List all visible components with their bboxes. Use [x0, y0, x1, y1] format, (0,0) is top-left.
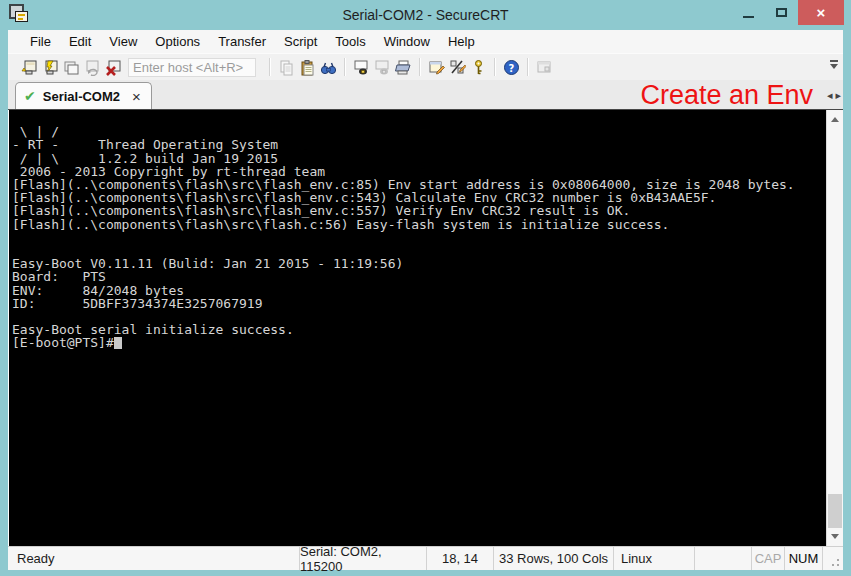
host-input[interactable]	[128, 58, 256, 77]
minimize-button[interactable]	[732, 0, 765, 25]
securecrt-window: Serial-COM2 - SecureCRT × File Edit View…	[0, 0, 851, 576]
menu-file[interactable]: File	[21, 31, 60, 52]
scroll-down-button[interactable]	[827, 529, 843, 544]
toolbar-separator	[269, 58, 271, 76]
toolbar-separator	[344, 58, 346, 76]
chevron-down-icon	[830, 64, 838, 69]
connect-icon[interactable]	[19, 57, 39, 77]
paste-icon[interactable]	[297, 57, 317, 77]
tab-bar: ✔ Serial-COM2 × Create an Env ◂ ▸	[8, 80, 843, 110]
toolbar-separator	[419, 58, 421, 76]
session-manager-icon[interactable]	[534, 57, 554, 77]
clone-session-icon[interactable]	[61, 57, 81, 77]
status-serial: Serial: COM2, 115200	[299, 547, 426, 570]
terminal-text: \ | / - RT - Thread Operating System / |…	[12, 124, 795, 350]
menu-edit[interactable]: Edit	[60, 31, 100, 52]
status-caps-lock: CAP	[751, 547, 784, 570]
close-icon: ×	[817, 4, 826, 21]
tab-scroll-right-icon[interactable]: ▸	[835, 89, 841, 102]
toolbar-overflow-button[interactable]	[828, 60, 840, 69]
status-bar: Ready Serial: COM2, 115200 18, 14 33 Row…	[8, 546, 843, 570]
menu-options[interactable]: Options	[146, 31, 209, 52]
tab-label: Serial-COM2	[43, 89, 120, 104]
terminal-cursor	[114, 337, 122, 349]
disconnect-icon[interactable]	[103, 57, 123, 77]
maximize-button[interactable]	[765, 0, 798, 25]
session-options-icon[interactable]	[426, 57, 446, 77]
toolbar-separator	[527, 58, 529, 76]
scroll-up-button[interactable]	[827, 112, 843, 127]
minimize-icon	[743, 16, 754, 18]
print-icon[interactable]	[393, 57, 413, 77]
tab-serial-com2[interactable]: ✔ Serial-COM2 ×	[15, 82, 152, 109]
scrollbar-thumb[interactable]	[828, 494, 842, 528]
resize-grip[interactable]	[822, 547, 843, 570]
menu-transfer[interactable]: Transfer	[209, 31, 275, 52]
connected-check-icon: ✔	[24, 89, 36, 103]
annotation-create-an-env: Create an Env	[640, 80, 813, 110]
menu-window[interactable]: Window	[375, 31, 439, 52]
log-session-icon[interactable]	[351, 57, 371, 77]
reconnect-icon[interactable]	[82, 57, 102, 77]
find-icon[interactable]	[318, 57, 338, 77]
session-area: \ | / - RT - Thread Operating System / |…	[8, 110, 843, 546]
key-icon[interactable]	[468, 57, 488, 77]
menu-view[interactable]: View	[100, 31, 146, 52]
raw-log-session-icon[interactable]	[372, 57, 392, 77]
window-title: Serial-COM2 - SecureCRT	[0, 7, 851, 23]
status-ready: Ready	[8, 547, 299, 570]
menu-bar: File Edit View Options Transfer Script T…	[8, 30, 843, 53]
keymap-editor-icon[interactable]	[447, 57, 467, 77]
status-terminal-size: 33 Rows, 100 Cols	[493, 547, 613, 570]
toolbar-separator	[494, 58, 496, 76]
status-num-lock: NUM	[784, 547, 822, 570]
help-icon[interactable]: ?	[501, 57, 521, 77]
arrow-down-icon	[831, 534, 839, 539]
toolbar: ?	[8, 53, 843, 80]
tab-scroll-left-icon[interactable]: ◂	[827, 89, 833, 102]
title-bar[interactable]: Serial-COM2 - SecureCRT ×	[0, 0, 851, 30]
menu-tools[interactable]: Tools	[326, 31, 374, 52]
maximize-icon	[776, 8, 787, 17]
status-emulation: Linux	[613, 547, 694, 570]
svg-text:?: ?	[508, 62, 514, 73]
terminal-screen[interactable]: \ | / - RT - Thread Operating System / |…	[8, 110, 826, 546]
status-cursor-position: 18, 14	[426, 547, 493, 570]
quick-connect-icon[interactable]	[40, 57, 60, 77]
vertical-scrollbar[interactable]	[826, 110, 843, 546]
status-empty	[694, 547, 751, 570]
close-button[interactable]: ×	[798, 0, 844, 25]
copy-icon[interactable]	[276, 57, 296, 77]
menu-help[interactable]: Help	[439, 31, 484, 52]
menu-script[interactable]: Script	[275, 31, 326, 52]
arrow-up-icon	[831, 117, 839, 122]
tab-close-icon[interactable]: ×	[132, 89, 141, 104]
